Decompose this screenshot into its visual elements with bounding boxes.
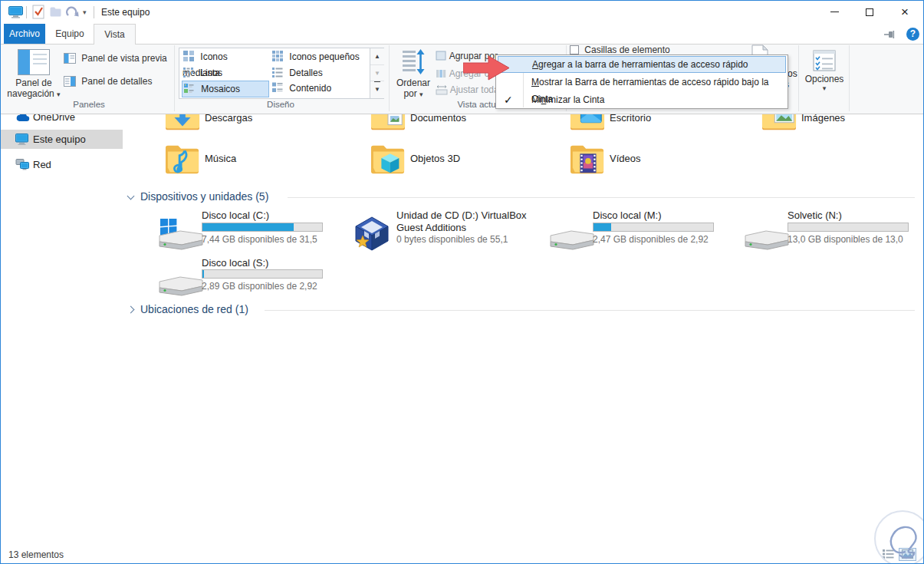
- drive-size: 13,0 GB disponibles de 13,0: [788, 234, 903, 245]
- qat-separator: [94, 6, 94, 18]
- details-pane-button[interactable]: Panel de detalles: [64, 76, 171, 91]
- menu-item-show-qat-below-ribbon[interactable]: Mostrar la Barra de herramientas de acce…: [498, 74, 786, 91]
- options-button[interactable]: Opciones ▾: [803, 48, 846, 100]
- menu-item-label: Agregar a la barra de herramientas de ac…: [532, 59, 748, 70]
- group-separator: [174, 45, 175, 111]
- view-scroll-up-button[interactable]: ▲: [370, 48, 384, 64]
- tab-label: Vista: [104, 29, 124, 40]
- view-item-lista[interactable]: Lista: [182, 65, 268, 81]
- view-more-button[interactable]: ▼: [370, 81, 384, 97]
- drive-usage-fill: [594, 223, 611, 231]
- folder-label: Vídeos: [610, 153, 640, 164]
- folder-label: Objetos 3D: [410, 153, 460, 164]
- drive-size: 7,44 GB disponibles de 31,5: [202, 234, 317, 245]
- new-folder-qat-button[interactable]: [50, 6, 62, 18]
- tab-archivo[interactable]: Archivo: [4, 24, 45, 44]
- sidebar-item-este-equipo[interactable]: Este equipo: [1, 130, 123, 149]
- solvetic-watermark-bulb: [872, 504, 924, 564]
- quick-access-context-menu: Agregar a la barra de herramientas de ac…: [495, 54, 788, 109]
- preview-pane-label: Panel de vista previa: [81, 53, 166, 64]
- qat-separator: [26, 6, 27, 18]
- drive-usage-bar: [788, 223, 909, 232]
- view-item-label: Detalles: [289, 68, 322, 78]
- pin-ribbon-icon[interactable]: [883, 30, 895, 39]
- view-item-label: Contenido: [289, 83, 331, 94]
- details-pane-label: Panel de detalles: [81, 76, 152, 87]
- chevron-right-icon: [127, 306, 135, 314]
- drive-size: 2,47 GB disponibles de 2,92: [593, 234, 709, 245]
- drive-usage-bar: [593, 223, 714, 232]
- maximize-button[interactable]: [852, 1, 887, 23]
- ribbon-tab-row: Archivo Equipo Vista ?: [1, 24, 923, 45]
- group-separator: [849, 45, 850, 111]
- view-item-iconos-medianos[interactable]: Iconos medianos: [182, 49, 268, 65]
- sidebar-item-label: Red: [33, 159, 51, 170]
- maximize-icon: [866, 8, 873, 16]
- tab-label: Archivo: [9, 28, 40, 39]
- view-scroll-down-button[interactable]: ▼: [370, 64, 384, 81]
- qat-customize-caret[interactable]: ▾: [83, 8, 87, 16]
- help-button[interactable]: ?: [906, 28, 919, 41]
- section-rule: [288, 197, 915, 198]
- checkbox-icon: [570, 45, 579, 54]
- help-icon: ?: [910, 28, 916, 39]
- minimize-button[interactable]: [817, 1, 852, 23]
- section-header-devices[interactable]: Dispositivos y unidades (5): [125, 190, 915, 206]
- sort-by-button[interactable]: Ordenar por ▾: [393, 48, 433, 100]
- chevron-down-icon: ▾: [419, 91, 423, 98]
- properties-qat-button[interactable]: [32, 5, 46, 20]
- sidebar-item-red[interactable]: Red: [1, 155, 123, 174]
- drive-usage-fill: [202, 270, 204, 278]
- drive-tile-s[interactable]: Disco local (S:) 2,89 GB disponibles de …: [153, 257, 344, 300]
- group-label-paneles: Paneles: [31, 100, 146, 111]
- music-folder-icon: [165, 144, 200, 175]
- medium-icons-icon: [182, 50, 195, 62]
- view-item-contenido[interactable]: Contenido: [271, 81, 368, 97]
- content-view-icon: [271, 81, 284, 94]
- chevron-down-icon: ▾: [57, 91, 61, 98]
- tab-equipo[interactable]: Equipo: [48, 24, 91, 44]
- new-folder-icon: [50, 6, 61, 17]
- view-item-detalles[interactable]: Detalles: [271, 65, 368, 81]
- nav-pane-button[interactable]: Panel de navegación ▾: [7, 48, 61, 100]
- properties-check-icon: [32, 5, 45, 19]
- sort-by-label-line1: Ordenar: [393, 78, 433, 88]
- size-columns-label: Ajustar toda: [450, 84, 499, 95]
- view-item-iconos-pequenos[interactable]: Iconos pequeños: [271, 49, 368, 65]
- item-checkboxes-label: Casillas de elemento: [584, 45, 669, 55]
- menu-item-label: Minimizar la Cinta: [531, 94, 604, 105]
- drive-tile-c[interactable]: Disco local (C:) 7,44 GB disponibles de …: [153, 209, 344, 252]
- drive-name: Disco local (S:): [202, 257, 268, 269]
- menu-item-minimize-ribbon[interactable]: ✓ Minimizar la Cinta: [498, 91, 786, 108]
- drive-name-line1: Unidad de CD (D:) VirtualBox: [396, 209, 527, 221]
- list-view-icon: [182, 66, 195, 78]
- close-button[interactable]: ×: [887, 1, 922, 23]
- sort-by-icon: [402, 49, 425, 75]
- section-header-network[interactable]: Ubicaciones de red (1): [125, 303, 915, 318]
- undo-qat-button[interactable]: [66, 5, 80, 18]
- explorer-app-icon: [8, 6, 23, 18]
- drive-tile-m[interactable]: Disco local (M:) 2,47 GB disponibles de …: [544, 209, 735, 252]
- view-item-mosaicos[interactable]: Mosaicos: [182, 81, 269, 97]
- drive-usage-fill: [202, 223, 294, 231]
- content-area: OneDrive Este equipo Red Descargas Docum…: [1, 45, 923, 546]
- objects-3d-folder-icon: [370, 144, 406, 175]
- folder-label: Música: [205, 153, 236, 164]
- preview-pane-button[interactable]: Panel de vista previa: [64, 53, 171, 68]
- close-icon: ×: [901, 5, 909, 19]
- folder-tile-objetos-3d[interactable]: Objetos 3D: [370, 144, 562, 180]
- drive-usage-bar: [202, 223, 323, 232]
- size-columns-icon: [436, 84, 448, 95]
- undo-icon: [66, 5, 79, 18]
- tab-vista[interactable]: Vista: [94, 24, 136, 45]
- section-rule: [265, 310, 915, 311]
- view-list-scroll-column: ▲ ▼ ▼: [370, 48, 384, 98]
- menu-item-add-to-qat[interactable]: Agregar a la barra de herramientas de ac…: [498, 56, 786, 73]
- folder-tile-musica[interactable]: Música: [165, 144, 357, 180]
- drive-tile-d[interactable]: Unidad de CD (D:) VirtualBox Guest Addit…: [350, 209, 541, 256]
- drive-tile-n[interactable]: Solvetic (N:) 13,0 GB disponibles de 13,…: [738, 209, 922, 252]
- drive-name: Disco local (M:): [593, 209, 662, 221]
- folder-tile-videos[interactable]: Vídeos: [570, 144, 761, 180]
- hard-drive-icon: [157, 275, 205, 297]
- view-item-label: Mosaicos: [201, 84, 240, 94]
